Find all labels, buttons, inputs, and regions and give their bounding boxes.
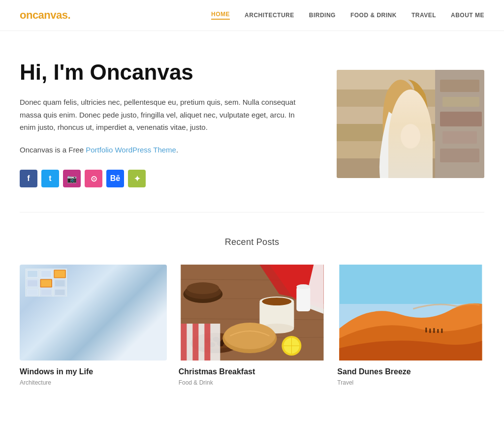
svg-rect-31 [41,290,51,296]
post-image-travel[interactable] [337,265,484,361]
post-category-link-3[interactable]: Travel [337,379,353,386]
svg-rect-12 [440,149,479,162]
svg-rect-70 [434,328,435,333]
post-category-1: Architecture [20,379,167,386]
post-image-food[interactable] [179,265,326,361]
posts-grid: Windows in my Life Architecture [20,265,484,386]
logo-text: oncanvas [20,9,68,21]
hero-text-block: Hi, I'm Oncanvas Donec quam felis, ultri… [20,60,305,187]
post-card-2: Christmas Breakfast Food & Drink [179,265,326,386]
svg-point-54 [224,323,275,349]
post-category-link-2[interactable]: Food & Drink [179,379,213,386]
svg-rect-21 [55,271,64,277]
svg-rect-60 [181,324,187,361]
svg-rect-14 [397,110,405,118]
svg-rect-61 [192,324,198,361]
svg-rect-10 [440,112,482,126]
dribbble-icon[interactable]: ⊙ [85,170,102,187]
post-title-2: Christmas Breakfast [179,367,326,376]
portfolio-text: Oncanvas is a Free Portfolio WordPress T… [20,144,305,156]
svg-rect-62 [204,324,210,361]
svg-rect-25 [41,280,51,287]
svg-rect-72 [441,329,443,333]
post-card-1: Windows in my Life Architecture [20,265,167,386]
post-card-3: Sand Dunes Breeze Travel [337,265,484,386]
facebook-icon[interactable]: f [20,170,37,187]
hero-body: Donec quam felis, ultricies nec, pellent… [20,96,305,134]
svg-rect-8 [440,80,479,92]
post-title-1: Windows in my Life [20,367,167,376]
recent-posts-title: Recent Posts [20,237,484,247]
svg-rect-11 [442,131,477,144]
nav-item-architecture[interactable]: ARCHITECTURE [245,12,294,19]
nav-item-about-me[interactable]: ABOUT ME [451,12,484,19]
svg-rect-33 [55,290,64,296]
hero-heading: Hi, I'm Oncanvas [20,60,305,84]
post-title-3: Sand Dunes Breeze [337,367,484,376]
site-header: oncanvas. HOMEARCHITECTUREBIRDINGFOOD & … [0,0,504,31]
main-nav: HOMEARCHITECTUREBIRDINGFOOD & DRINKTRAVE… [211,11,484,20]
nav-item-travel[interactable]: TRAVEL [411,12,436,19]
post-category-link-1[interactable]: Architecture [20,379,51,386]
svg-point-45 [296,284,310,289]
svg-rect-71 [438,329,439,333]
svg-rect-27 [55,280,64,287]
svg-point-43 [262,298,291,305]
svg-rect-69 [430,329,431,333]
portfolio-text-before: Oncanvas is a Free [20,146,86,154]
logo-dot: . [68,9,71,21]
svg-rect-19 [41,271,51,277]
slack-icon[interactable]: ✦ [128,170,146,187]
nav-item-food---drink[interactable]: FOOD & DRINK [350,12,397,19]
behance-icon[interactable]: Bē [106,170,124,187]
nav-item-birding[interactable]: BIRDING [309,12,336,19]
portfolio-text-after: . [176,146,178,154]
hero-image [337,70,484,178]
svg-rect-29 [28,290,37,296]
portfolio-link[interactable]: Portfolio WordPress Theme [86,146,176,154]
social-icons-group: ft📷⊙Bē✦ [20,170,305,187]
svg-rect-17 [28,271,37,277]
nav-item-home[interactable]: HOME [211,11,230,20]
post-category-2: Food & Drink [179,379,326,386]
hero-section: Hi, I'm Oncanvas Donec quam felis, ultri… [0,31,504,212]
post-category-3: Travel [337,379,484,386]
site-logo[interactable]: oncanvas. [20,9,70,22]
instagram-icon[interactable]: 📷 [63,170,81,187]
svg-rect-23 [28,280,37,287]
svg-point-65 [187,282,219,294]
recent-posts-section: Recent Posts [0,212,504,416]
post-image-arch[interactable] [20,265,167,361]
twitter-icon[interactable]: t [41,170,59,187]
svg-rect-44 [296,287,310,311]
svg-rect-68 [426,328,427,332]
svg-rect-9 [442,97,479,107]
